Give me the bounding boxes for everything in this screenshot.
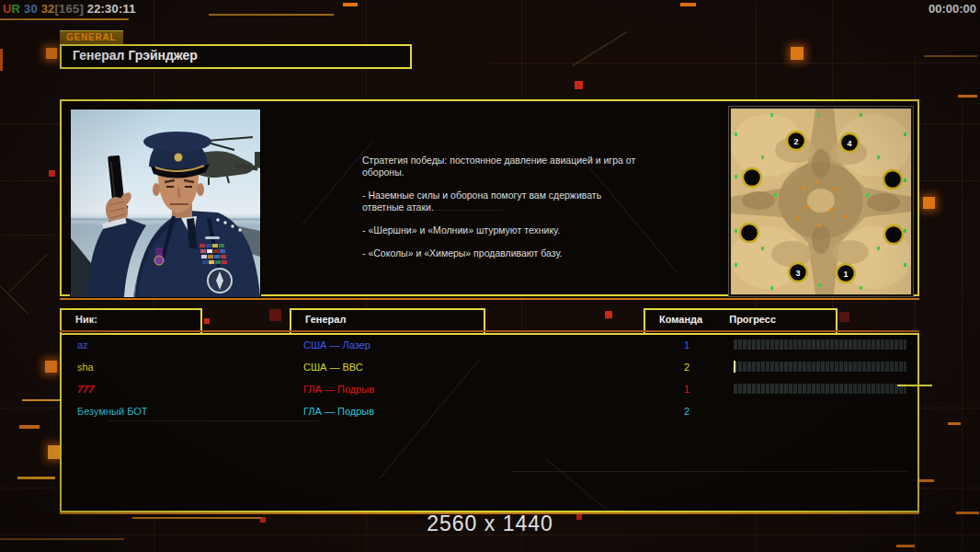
strategy-paragraph: - Наземные силы и оборона помогут вам сд… (362, 190, 643, 213)
minimap-terrain (731, 109, 911, 294)
decor-square-darkred (269, 309, 281, 321)
player-row: az США — Лазер 1 (62, 337, 917, 359)
player-team: 1 (655, 339, 719, 351)
decor-square-orange (45, 361, 57, 373)
player-progress-bar (733, 383, 907, 395)
map-preview: 2431 (729, 107, 913, 296)
decor-line (343, 3, 358, 6)
decor-diagonal (545, 458, 610, 512)
player-progress-bar (733, 339, 907, 351)
perf-n3: [165] (55, 2, 84, 16)
decor-edge-strip (0, 49, 3, 71)
spawn-number: 4 (847, 139, 851, 148)
player-progress-bar (733, 361, 907, 373)
spawn-circle (740, 224, 758, 242)
perf-r: R (12, 2, 21, 16)
player-general: ГЛА — Подрыв (303, 384, 374, 395)
strategy-paragraph: - «Шершни» и «Молнии» штурмуют технику. (362, 224, 643, 236)
match-timer: 00:00:00 (929, 2, 976, 16)
perf-u: U (3, 2, 12, 16)
accent-line (60, 330, 919, 332)
decor-line (958, 95, 977, 98)
perf-time: 22:30:11 (87, 2, 136, 16)
players-panel: az США — Лазер 1 sha США — ВВС 2 777 ГЛА… (60, 333, 919, 512)
decor-diagonal (9, 254, 48, 293)
spawn-number: 1 (843, 270, 848, 279)
decor-line (0, 538, 124, 540)
decor-square-red (575, 81, 583, 89)
strategy-paragraph: - «Соколы» и «Химеры» продавливают базу. (362, 247, 643, 259)
perf-n1: 30 (24, 2, 38, 16)
decor-line (209, 14, 334, 16)
player-team: 2 (655, 406, 719, 417)
decor-square-orange (46, 48, 57, 59)
player-row: sha США — ВВС 2 (62, 359, 917, 381)
spawn-number: 2 (793, 137, 798, 146)
decor-line (0, 18, 129, 20)
decor-line (17, 477, 55, 479)
spawn-circle (743, 168, 761, 187)
decor-square-orange (923, 197, 935, 209)
header-progress-label: Прогресс (729, 314, 776, 325)
general-name: Генерал Грэйнджер (73, 48, 198, 63)
decor-line (896, 545, 915, 547)
header-nick-label: Ник: (75, 314, 97, 325)
spawn-circle (884, 225, 903, 244)
general-title-box: Генерал Грэйнджер (60, 44, 412, 69)
decor-line (948, 422, 961, 425)
decor-line (680, 3, 696, 6)
accent-line (60, 298, 919, 300)
header-general-label: Генерал (305, 314, 346, 325)
decor-square-orange (791, 47, 803, 60)
general-portrait (70, 109, 261, 298)
accent-tick (897, 385, 932, 386)
resolution-label: 2560 x 1440 (0, 512, 980, 536)
general-info-panel: Стратегия победы: постоянное давление ав… (60, 99, 919, 296)
decor-line (924, 55, 977, 57)
player-general: США — Лазер (303, 339, 370, 351)
decor-line (19, 425, 40, 429)
player-row: 777 ГЛА — Подрыв 1 (62, 381, 917, 403)
header-team-label: Команда (659, 314, 702, 325)
player-nick: Безумный БОТ (77, 406, 148, 417)
loading-screen: UR 30 32[165] 22:30:11 00:00:00 GENERAL … (0, 0, 980, 552)
spawn-number: 3 (795, 269, 800, 278)
player-team: 2 (655, 362, 719, 373)
player-row: Безумный БОТ ГЛА — Подрыв 2 (62, 403, 917, 425)
strategy-text: Стратегия победы: постоянное давление ав… (362, 155, 643, 270)
player-general: ГЛА — Подрыв (303, 406, 374, 417)
decor-square-red (605, 311, 612, 318)
decor-line (22, 399, 61, 401)
decor-line (512, 471, 907, 472)
spawn-circle (883, 170, 902, 189)
player-nick: 777 (77, 384, 94, 395)
grid-line (962, 83, 963, 552)
decor-square-red (204, 318, 210, 324)
grid-line (490, 63, 980, 63)
progress-cursor (734, 361, 735, 373)
player-nick: az (77, 339, 88, 351)
strategy-paragraph: Стратегия победы: постоянное давление ав… (362, 155, 643, 178)
general-tab-label: GENERAL (60, 30, 123, 44)
player-team: 1 (655, 384, 719, 395)
player-general: США — ВВС (303, 362, 363, 373)
player-nick: sha (77, 362, 94, 373)
decor-square-darkred (839, 312, 849, 322)
perf-n2: 32 (41, 2, 55, 16)
performance-overlay: UR 30 32[165] 22:30:11 (3, 2, 136, 16)
decor-square-red (49, 170, 55, 177)
decor-diagonal (573, 31, 628, 66)
